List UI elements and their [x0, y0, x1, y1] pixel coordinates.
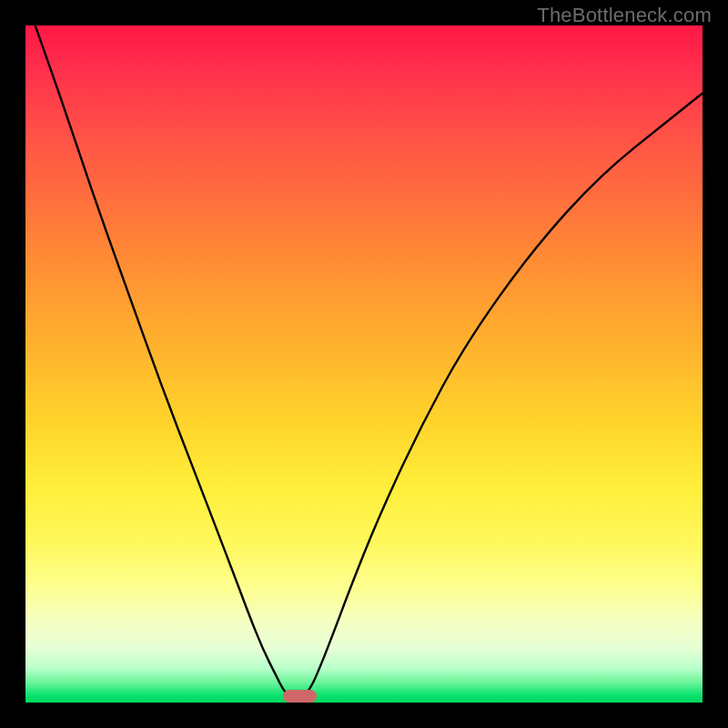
chart-frame: TheBottleneck.com — [0, 0, 728, 728]
plot-area — [25, 25, 703, 703]
optimal-range-marker — [283, 690, 317, 703]
curve-layer — [25, 25, 703, 703]
watermark-text: TheBottleneck.com — [537, 4, 712, 27]
bottleneck-curve — [25, 25, 703, 701]
